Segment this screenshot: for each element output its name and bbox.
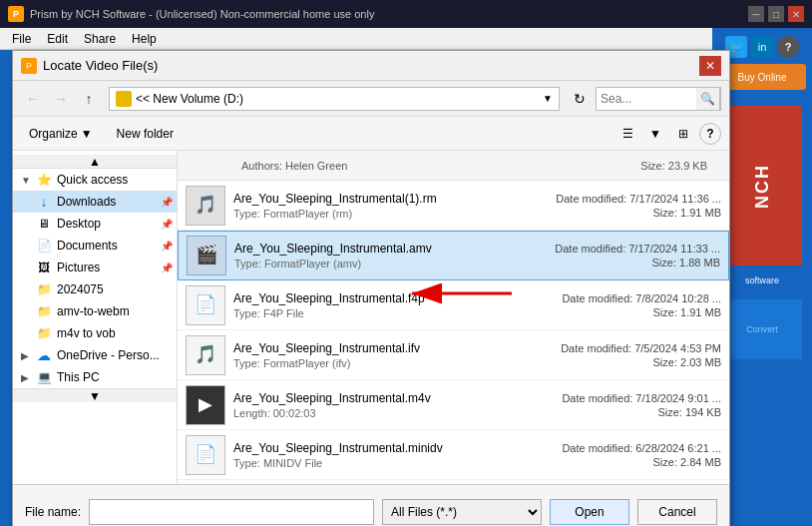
file-item-minidv[interactable]: 📄 Are_You_Sleeping_Instrumental.minidv T… bbox=[178, 430, 729, 480]
file-size-m4v: Size: 194 KB bbox=[562, 406, 721, 418]
sidebar-scroll-up[interactable]: ▲ bbox=[13, 155, 177, 169]
file-item-amv[interactable]: 🎬 Are_You_Sleeping_Instrumental.amv Type… bbox=[178, 231, 729, 280]
documents-pin-icon: 📌 bbox=[161, 241, 173, 252]
folder-m4v-vob-icon: 📁 bbox=[35, 325, 53, 341]
file-item-m4v[interactable]: ▶ Are_You_Sleeping_Instrumental.m4v Leng… bbox=[178, 380, 729, 430]
file-list[interactable]: Authors: Helen Green Size: 23.9 KB 🎵 Are… bbox=[178, 151, 729, 484]
dialog-close-button[interactable]: ✕ bbox=[699, 56, 721, 76]
file-meta-f4p: Date modified: 7/8/2024 10:28 ... Size: … bbox=[562, 292, 721, 318]
file-info-rm: Are_You_Sleeping_Instrumental(1).rm Type… bbox=[233, 192, 556, 220]
refresh-button[interactable]: ↻ bbox=[568, 87, 592, 111]
file-sidebar: ▲ ▼ ⭐ Quick access ↓ Downloads 📌 🖥 Deskt… bbox=[13, 151, 178, 484]
desktop-pin-icon: 📌 bbox=[161, 219, 173, 230]
file-date-f4p: Date modified: 7/8/2024 10:28 ... bbox=[562, 292, 721, 304]
sidebar-scroll-down[interactable]: ▼ bbox=[13, 388, 177, 402]
view-dropdown-button[interactable]: ▼ bbox=[643, 122, 667, 146]
search-button[interactable]: 🔍 bbox=[696, 87, 720, 111]
address-bar-text: << New Volume (D:) bbox=[136, 92, 339, 106]
filetype-select[interactable]: All Files (*.*) bbox=[382, 499, 542, 525]
expand-icon: ▼ bbox=[21, 175, 35, 186]
file-meta-minidv: Date modified: 6/28/2024 6:21 ... Size: … bbox=[562, 442, 721, 468]
file-thumb-f4p: 📄 bbox=[186, 285, 225, 325]
help-button[interactable]: ? bbox=[699, 123, 721, 145]
folder-2024075-icon: 📁 bbox=[35, 281, 53, 297]
promo-banner: NCH bbox=[722, 106, 802, 265]
main-window-title: Prism by NCH Software - (Unlicensed) Non… bbox=[30, 8, 748, 20]
cancel-button[interactable]: Cancel bbox=[637, 499, 717, 525]
sidebar-item-amv-to-webm[interactable]: 📁 amv-to-webm bbox=[13, 300, 177, 322]
file-thumb-minidv: 📄 bbox=[186, 435, 225, 475]
buy-online-button[interactable]: Buy Online bbox=[718, 64, 806, 90]
file-meta-rm: Date modified: 7/17/2024 11:36 ... Size:… bbox=[556, 193, 721, 219]
file-item-rm[interactable]: 🎵 Are_You_Sleeping_Instrumental(1).rm Ty… bbox=[178, 181, 729, 231]
file-info-ifv: Are_You_Sleeping_Instrumental.ifv Type: … bbox=[233, 341, 561, 369]
up-button[interactable]: ↑ bbox=[77, 87, 101, 111]
open-button[interactable]: Open bbox=[550, 499, 629, 525]
file-size-amv: Size: 1.88 MB bbox=[555, 257, 720, 268]
software-label: software bbox=[745, 275, 779, 285]
folder-amv-webm-icon: 📁 bbox=[35, 303, 53, 319]
file-item-f4p[interactable]: 📄 Are_You_Sleeping_Instrumental.f4p Type… bbox=[178, 280, 729, 330]
file-info-f4p: Are_You_Sleeping_Instrumental.f4p Type: … bbox=[233, 291, 562, 319]
back-button[interactable]: ← bbox=[21, 87, 45, 111]
sidebar-label-pictures: Pictures bbox=[57, 261, 159, 274]
new-folder-button[interactable]: New folder bbox=[109, 122, 182, 146]
sidebar-label-amv-to-webm: amv-to-webm bbox=[57, 304, 173, 318]
help-icon-bg[interactable]: ? bbox=[777, 36, 799, 58]
sidebar-item-m4v-to-vob[interactable]: 📁 m4v to vob bbox=[13, 322, 177, 344]
search-input[interactable] bbox=[597, 88, 696, 110]
filename-input[interactable] bbox=[89, 499, 374, 525]
menu-edit[interactable]: Edit bbox=[39, 30, 76, 48]
minimize-button[interactable]: ─ bbox=[748, 6, 764, 22]
maximize-button[interactable]: □ bbox=[768, 6, 784, 22]
dialog-bottom-bar: File name: All Files (*.*) Open Cancel bbox=[13, 484, 729, 526]
pin-icon: 📌 bbox=[161, 197, 173, 208]
file-meta-amv: Date modified: 7/17/2024 11:33 ... Size:… bbox=[555, 243, 720, 268]
file-info-m4v: Are_You_Sleeping_Instrumental.m4v Length… bbox=[233, 391, 562, 419]
organize-toolbar: Organize ▼ New folder ☰ ▼ ⊞ ? bbox=[13, 117, 729, 151]
organize-label: Organize bbox=[29, 127, 78, 141]
forward-button[interactable]: → bbox=[49, 87, 73, 111]
linkedin-icon[interactable]: in bbox=[751, 36, 773, 58]
downloads-icon: ↓ bbox=[35, 194, 53, 210]
file-type-minidv: Type: MINIDV File bbox=[233, 457, 562, 469]
sidebar-label-quick-access: Quick access bbox=[57, 173, 173, 187]
file-type-rm: Type: FormatPlayer (rm) bbox=[233, 208, 556, 220]
filename-label: File name: bbox=[25, 505, 81, 519]
desktop-icon: 🖥 bbox=[35, 216, 53, 232]
onedrive-expand-icon: ▶ bbox=[21, 350, 35, 361]
dialog-content: ▲ ▼ ⭐ Quick access ↓ Downloads 📌 🖥 Deskt… bbox=[13, 151, 729, 484]
menu-file[interactable]: File bbox=[4, 30, 39, 48]
sidebar-item-onedrive[interactable]: ▶ ☁ OneDrive - Perso... bbox=[13, 344, 177, 366]
navigation-toolbar: ← → ↑ << New Volume (D:) ▼ ↻ 🔍 bbox=[13, 81, 729, 117]
sidebar-item-documents[interactable]: 📄 Documents 📌 bbox=[13, 235, 177, 257]
preview-pane-button[interactable]: ⊞ bbox=[671, 122, 695, 146]
sidebar-label-m4v-to-vob: m4v to vob bbox=[57, 326, 173, 340]
sidebar-item-downloads[interactable]: ↓ Downloads 📌 bbox=[13, 191, 177, 213]
sidebar-item-2024075[interactable]: 📁 2024075 bbox=[13, 278, 177, 300]
list-view-button[interactable]: ☰ bbox=[615, 122, 639, 146]
address-dropdown-button[interactable]: ▼ bbox=[543, 93, 553, 104]
dialog-title-bar: P Locate Video File(s) ✕ bbox=[13, 51, 729, 81]
sidebar-item-quick-access[interactable]: ▼ ⭐ Quick access bbox=[13, 169, 177, 191]
convert-label: Convert bbox=[722, 299, 802, 359]
dialog-title: Locate Video File(s) bbox=[43, 58, 699, 73]
menu-help[interactable]: Help bbox=[124, 30, 165, 48]
file-meta-ifv: Date modified: 7/5/2024 4:53 PM Size: 2.… bbox=[561, 342, 721, 368]
main-title-bar: P Prism by NCH Software - (Unlicensed) N… bbox=[0, 0, 812, 28]
organize-button[interactable]: Organize ▼ bbox=[21, 122, 101, 146]
sidebar-item-pictures[interactable]: 🖼 Pictures 📌 bbox=[13, 257, 177, 278]
file-size-ifv: Size: 2.03 MB bbox=[561, 356, 721, 368]
file-name-f4p: Are_You_Sleeping_Instrumental.f4p bbox=[233, 291, 562, 305]
file-size-minidv: Size: 2.84 MB bbox=[562, 456, 721, 468]
sidebar-label-2024075: 2024075 bbox=[57, 282, 173, 296]
menu-share[interactable]: Share bbox=[76, 30, 124, 48]
file-item-ifv[interactable]: 🎵 Are_You_Sleeping_Instrumental.ifv Type… bbox=[178, 330, 729, 380]
file-name-m4v: Are_You_Sleeping_Instrumental.m4v bbox=[233, 391, 562, 405]
close-button[interactable]: ✕ bbox=[788, 6, 804, 22]
file-info-minidv: Are_You_Sleeping_Instrumental.minidv Typ… bbox=[233, 441, 562, 469]
sidebar-item-desktop[interactable]: 🖥 Desktop 📌 bbox=[13, 213, 177, 235]
file-date-amv: Date modified: 7/17/2024 11:33 ... bbox=[555, 243, 720, 255]
sidebar-item-this-pc[interactable]: ▶ 💻 This PC bbox=[13, 366, 177, 388]
documents-icon: 📄 bbox=[35, 238, 53, 254]
